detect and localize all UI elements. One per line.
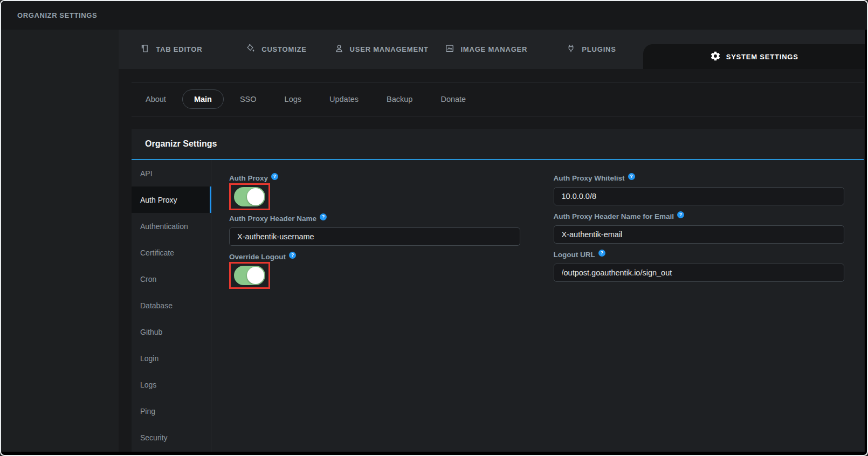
- help-icon[interactable]: ?: [271, 173, 278, 180]
- red-annotation-box: [229, 262, 270, 289]
- override-logout-field: Override Logout ?: [229, 253, 520, 291]
- auth-proxy-header-email-label: Auth Proxy Header Name for Email ?: [554, 212, 845, 220]
- help-icon[interactable]: ?: [320, 213, 327, 220]
- auth-proxy-field: Auth Proxy ?: [229, 174, 520, 212]
- auth-proxy-header-name-label: Auth Proxy Header Name ?: [229, 215, 520, 223]
- auth-proxy-header-email-input[interactable]: [554, 225, 845, 244]
- window-title: ORGANIZR SETTINGS: [17, 11, 97, 19]
- logout-url-label: Logout URL ?: [554, 251, 845, 259]
- form-column-left: Auth Proxy ?: [229, 174, 520, 452]
- toggle-knob: [247, 188, 264, 205]
- system-settings-content: About Main SSO Logs Updates Backup Donat…: [119, 69, 865, 452]
- auth-proxy-whitelist-input[interactable]: [554, 187, 845, 205]
- auth-proxy-whitelist-label: Auth Proxy Whitelist ?: [554, 174, 845, 182]
- subtab-updates[interactable]: Updates: [318, 89, 370, 109]
- window-titlebar: ORGANIZR SETTINGS: [1, 1, 867, 30]
- auth-proxy-header-name-field: Auth Proxy Header Name ?: [229, 215, 520, 246]
- tab-system-settings[interactable]: SYSTEM SETTINGS: [643, 44, 865, 69]
- logout-url-field: Logout URL ?: [554, 251, 845, 282]
- settings-subtabs: About Main SSO Logs Updates Backup Donat…: [132, 82, 864, 116]
- menu-item-authentication[interactable]: Authentication: [132, 213, 211, 239]
- tab-label: USER MANAGEMENT: [350, 45, 429, 53]
- auth-proxy-header-email-field: Auth Proxy Header Name for Email ?: [554, 212, 845, 244]
- tab-label: CUSTOMIZE: [261, 45, 307, 53]
- form-column-right: Auth Proxy Whitelist ? Auth Proxy Header…: [554, 174, 845, 452]
- tab-plugins[interactable]: PLUGINS: [539, 30, 644, 69]
- tab-image-manager[interactable]: IMAGE MANAGER: [433, 30, 539, 69]
- auth-proxy-label: Auth Proxy ?: [229, 174, 520, 182]
- help-icon[interactable]: ?: [628, 173, 635, 180]
- auth-proxy-toggle[interactable]: [234, 187, 265, 206]
- menu-item-database[interactable]: Database: [132, 292, 211, 319]
- help-icon[interactable]: ?: [677, 211, 684, 218]
- override-logout-toggle[interactable]: [234, 266, 265, 285]
- tab-label: SYSTEM SETTINGS: [726, 53, 798, 61]
- help-icon[interactable]: ?: [289, 252, 296, 259]
- user-icon: [334, 43, 345, 56]
- tab-tab-editor[interactable]: TAB EDITOR: [119, 30, 224, 69]
- menu-item-api[interactable]: API: [132, 160, 211, 186]
- paint-bucket-icon: [245, 43, 256, 56]
- menu-item-security[interactable]: Security: [132, 424, 211, 451]
- tab-label: TAB EDITOR: [156, 45, 202, 53]
- tab-editor-icon: [140, 43, 150, 56]
- subtab-about[interactable]: About: [134, 89, 178, 109]
- menu-item-auth-proxy[interactable]: Auth Proxy: [132, 186, 211, 213]
- menu-item-cron[interactable]: Cron: [132, 266, 211, 292]
- auth-proxy-whitelist-field: Auth Proxy Whitelist ?: [554, 174, 845, 205]
- menu-item-logs[interactable]: Logs: [132, 371, 211, 398]
- red-annotation-box: [229, 183, 270, 210]
- image-icon: [444, 43, 455, 56]
- subtab-donate[interactable]: Donate: [429, 89, 478, 109]
- settings-section-menu: API Auth Proxy Authentication Certificat…: [132, 160, 211, 452]
- subtab-sso[interactable]: SSO: [228, 89, 268, 109]
- menu-item-login[interactable]: Login: [132, 345, 211, 371]
- override-logout-label: Override Logout ?: [229, 253, 520, 261]
- menu-item-github[interactable]: Github: [132, 319, 211, 345]
- menu-item-ping[interactable]: Ping: [132, 398, 211, 424]
- settings-nav-tabs: TAB EDITOR CUSTOMIZE: [119, 30, 865, 69]
- panel-header: Organizr Settings: [132, 129, 864, 160]
- help-icon[interactable]: ?: [598, 250, 605, 257]
- app-window: ORGANIZR SETTINGS TAB EDITOR: [0, 0, 868, 456]
- subtab-logs[interactable]: Logs: [273, 89, 313, 109]
- panel-title: Organizr Settings: [145, 139, 217, 149]
- left-spacer-panel: [1, 30, 119, 452]
- auth-proxy-header-name-input[interactable]: [229, 227, 520, 246]
- logout-url-input[interactable]: [554, 264, 845, 282]
- subtab-main[interactable]: Main: [182, 89, 224, 109]
- menu-item-certificate[interactable]: Certificate: [132, 239, 211, 266]
- subtab-backup[interactable]: Backup: [375, 89, 424, 109]
- plug-icon: [566, 43, 576, 56]
- tab-label: IMAGE MANAGER: [460, 45, 527, 53]
- toggle-knob: [247, 267, 264, 284]
- tab-user-management[interactable]: USER MANAGEMENT: [328, 30, 433, 69]
- gear-icon: [710, 51, 721, 63]
- tab-customize[interactable]: CUSTOMIZE: [224, 30, 329, 69]
- organizr-settings-panel: Organizr Settings API Auth Proxy Authent…: [132, 129, 864, 452]
- tab-label: PLUGINS: [582, 45, 616, 53]
- auth-proxy-form: Auth Proxy ?: [211, 160, 864, 452]
